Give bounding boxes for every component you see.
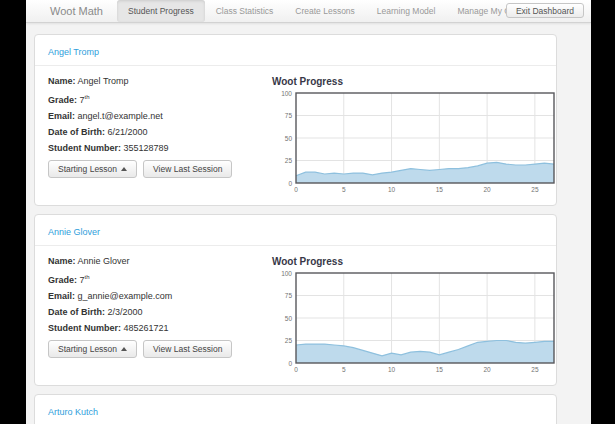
svg-text:0: 0 [288, 180, 292, 187]
progress-area-chart: 02550751000510152025 [272, 89, 560, 195]
svg-text:0: 0 [294, 186, 298, 193]
student-card: Angel Tromp Name: Angel Tromp Grade: 7th… [34, 34, 557, 206]
student-number-row: Student Number: 355128789 [48, 143, 272, 154]
top-navbar: Woot Math Student Progress Class Statist… [26, 0, 591, 23]
email-row: Email: angel.t@example.net [48, 111, 272, 122]
svg-text:25: 25 [285, 157, 293, 164]
student-number-row: Student Number: 485261721 [48, 323, 272, 334]
student-name-link[interactable]: Angel Tromp [48, 47, 99, 57]
nav-tabs: Student Progress Class Statistics Create… [117, 0, 537, 22]
starting-lesson-button[interactable]: Starting Lesson [48, 160, 137, 178]
student-card-header: Arturo Kutch [35, 395, 556, 424]
tab-create-lessons[interactable]: Create Lessons [284, 0, 366, 22]
dob-row: Date of Birth: 6/21/2000 [48, 127, 272, 138]
svg-text:15: 15 [436, 366, 444, 373]
svg-text:25: 25 [531, 186, 539, 193]
email-row: Email: g_annie@example.com [48, 291, 272, 302]
progress-area-chart: 02550751000510152025 [272, 269, 560, 375]
svg-text:20: 20 [483, 186, 491, 193]
student-details: Name: Annie Glover Grade: 7th Email: g_a… [48, 256, 272, 375]
card-actions: Starting Lesson View Last Session [48, 340, 272, 358]
brand-woot-math: Woot Math [26, 0, 117, 22]
svg-text:100: 100 [281, 90, 292, 97]
student-name-link[interactable]: Arturo Kutch [48, 407, 98, 417]
student-card-body: Name: Angel Tromp Grade: 7th Email: ange… [35, 66, 556, 205]
woot-progress-chart: Woot Progress 02550751000510152025 [272, 256, 560, 375]
svg-text:10: 10 [388, 186, 396, 193]
svg-text:0: 0 [288, 360, 292, 367]
svg-text:25: 25 [285, 337, 293, 344]
tab-class-statistics[interactable]: Class Statistics [205, 0, 285, 22]
svg-text:75: 75 [285, 112, 293, 119]
svg-text:5: 5 [342, 366, 346, 373]
svg-text:50: 50 [285, 315, 293, 322]
student-list: Angel Tromp Name: Angel Tromp Grade: 7th… [26, 23, 591, 424]
svg-text:100: 100 [281, 270, 292, 277]
grade-row: Grade: 7th [48, 92, 272, 106]
student-card: Arturo Kutch Name: Arturo Kutch Grade: 7… [34, 394, 557, 424]
app-viewport: Woot Math Student Progress Class Statist… [26, 0, 591, 424]
student-card: Annie Glover Name: Annie Glover Grade: 7… [34, 214, 557, 386]
svg-text:75: 75 [285, 292, 293, 299]
name-row: Name: Angel Tromp [48, 76, 272, 87]
student-name-link[interactable]: Annie Glover [48, 227, 100, 237]
student-card-body: Name: Annie Glover Grade: 7th Email: g_a… [35, 246, 556, 385]
svg-text:10: 10 [388, 366, 396, 373]
student-card-header: Angel Tromp [35, 35, 556, 66]
chart-title: Woot Progress [272, 256, 560, 267]
exit-dashboard-button[interactable]: Exit Dashboard [506, 3, 584, 18]
svg-text:20: 20 [483, 366, 491, 373]
tab-student-progress[interactable]: Student Progress [117, 0, 205, 22]
dob-row: Date of Birth: 2/3/2000 [48, 307, 272, 318]
starting-lesson-button[interactable]: Starting Lesson [48, 340, 137, 358]
tab-learning-model[interactable]: Learning Model [366, 0, 447, 22]
caret-up-icon [121, 347, 127, 351]
grade-row: Grade: 7th [48, 272, 272, 286]
student-details: Name: Angel Tromp Grade: 7th Email: ange… [48, 76, 272, 195]
chart-title: Woot Progress [272, 76, 560, 87]
woot-progress-chart: Woot Progress 02550751000510152025 [272, 76, 560, 195]
svg-text:25: 25 [531, 366, 539, 373]
view-last-session-button[interactable]: View Last Session [143, 160, 232, 178]
caret-up-icon [121, 167, 127, 171]
svg-text:0: 0 [294, 366, 298, 373]
svg-text:5: 5 [342, 186, 346, 193]
card-actions: Starting Lesson View Last Session [48, 160, 272, 178]
svg-text:15: 15 [436, 186, 444, 193]
svg-text:50: 50 [285, 135, 293, 142]
view-last-session-button[interactable]: View Last Session [143, 340, 232, 358]
name-row: Name: Annie Glover [48, 256, 272, 267]
student-card-header: Annie Glover [35, 215, 556, 246]
